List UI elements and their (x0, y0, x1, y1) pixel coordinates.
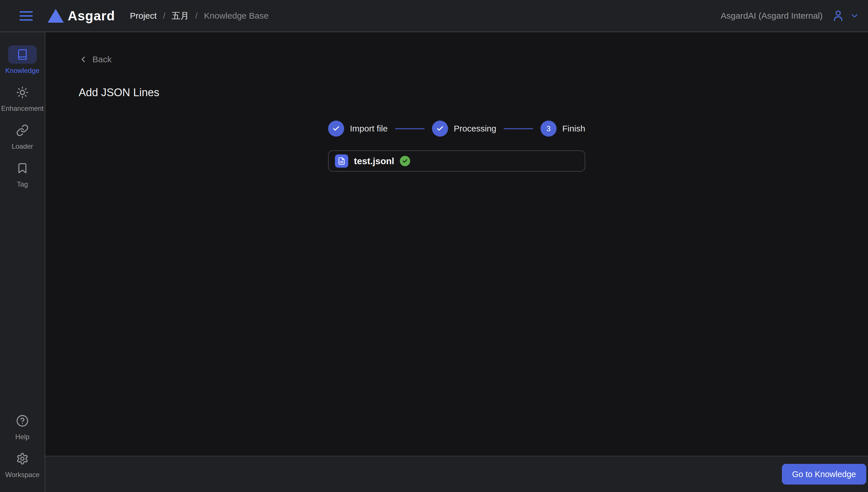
step-connector (395, 128, 424, 129)
book-icon (17, 49, 28, 60)
sidebar-item-label: Loader (12, 142, 33, 150)
bookmark-icon (16, 162, 28, 174)
sidebar-item-enhancement[interactable]: Enhancement (0, 83, 45, 113)
breadcrumb-separator: / (195, 11, 197, 21)
breadcrumb-folder[interactable]: 五月 (172, 10, 189, 22)
help-circle-icon (16, 415, 29, 427)
user-icon[interactable] (832, 9, 844, 22)
file-card[interactable]: test.jsonl (328, 150, 585, 172)
breadcrumb-knowledge-base: Knowledge Base (204, 11, 269, 21)
sidebar-item-label: Tag (17, 180, 28, 188)
sun-icon (16, 86, 29, 99)
top-bar: Asgard Project / 五月 / Knowledge Base Asg… (0, 0, 868, 32)
back-label: Back (93, 54, 111, 64)
step-label: Import file (350, 124, 388, 133)
step-label: Processing (454, 124, 496, 133)
sidebar-item-tag[interactable]: Tag (0, 159, 45, 188)
sidebar-item-help[interactable]: Help (0, 412, 45, 441)
app-root: Asgard Project / 五月 / Knowledge Base Asg… (0, 0, 868, 492)
success-check-icon (400, 156, 410, 166)
logo-text: Asgard (68, 8, 115, 24)
logo-triangle-icon (48, 9, 64, 23)
page-title: Add JSON Lines (79, 87, 868, 99)
sidebar-item-loader[interactable]: Loader (0, 121, 45, 150)
account-label: AsgardAI (Asgard Internal) (721, 11, 823, 21)
footer-bar: Go to Knowledge (45, 456, 868, 492)
breadcrumb-separator: / (163, 11, 165, 21)
sidebar-item-label: Workspace (5, 471, 40, 479)
go-to-knowledge-button[interactable]: Go to Knowledge (782, 464, 866, 485)
step-label: Finish (562, 124, 585, 133)
menu-button[interactable] (18, 10, 34, 22)
back-button[interactable]: Back (79, 54, 111, 64)
sidebar-item-workspace[interactable]: Workspace (0, 449, 45, 479)
link-icon (16, 124, 29, 137)
file-name: test.jsonl (354, 156, 394, 167)
logo[interactable]: Asgard (48, 8, 115, 24)
step-connector (504, 128, 533, 129)
sidebar: Knowledge Enhancement (0, 32, 45, 492)
main-content: Back Add JSON Lines Import file (45, 32, 868, 456)
step-import-file: Import file (328, 121, 388, 137)
file-text-icon (335, 154, 348, 168)
gear-icon (16, 452, 29, 465)
step-done-icon (432, 121, 448, 137)
sidebar-item-label: Help (15, 433, 29, 441)
step-processing: Processing (432, 121, 496, 137)
breadcrumb: Project / 五月 / Knowledge Base (130, 10, 268, 22)
sidebar-item-label: Enhancement (1, 104, 44, 113)
sidebar-item-knowledge[interactable]: Knowledge (0, 45, 45, 75)
breadcrumb-project[interactable]: Project (130, 11, 156, 21)
chevron-left-icon (79, 55, 88, 64)
stepper: Import file Processing 3 Finish (328, 121, 585, 137)
step-number: 3 (541, 121, 556, 137)
step-done-icon (328, 121, 344, 137)
chevron-down-icon[interactable] (850, 11, 860, 21)
step-finish: 3 Finish (541, 121, 585, 137)
sidebar-item-label: Knowledge (5, 67, 40, 75)
